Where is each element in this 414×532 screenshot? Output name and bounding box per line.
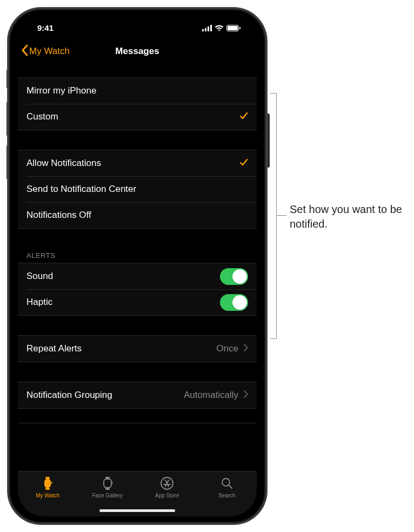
nav-bar: My Watch Messages	[18, 39, 257, 63]
watch-icon	[41, 476, 55, 490]
row-send-notification-center[interactable]: Send to Notification Center	[18, 176, 257, 202]
chevron-right-icon	[244, 343, 248, 354]
svg-rect-11	[104, 479, 111, 488]
row-label: Notification Grouping	[26, 390, 112, 401]
section-header-alerts: ALERTS	[18, 248, 257, 263]
cellular-icon	[202, 24, 212, 33]
row-label: Custom	[26, 111, 58, 122]
toggle-haptic[interactable]	[220, 294, 248, 311]
svg-rect-14	[111, 482, 112, 484]
row-sound: Sound	[18, 263, 257, 289]
row-label: Haptic	[26, 297, 52, 308]
power-button	[267, 114, 270, 168]
svg-rect-2	[208, 26, 209, 31]
row-label: Mirror my iPhone	[26, 85, 96, 96]
svg-rect-0	[202, 29, 204, 31]
home-indicator[interactable]	[99, 509, 175, 512]
svg-rect-3	[210, 25, 212, 31]
callout-text: Set how you want to be notified.	[290, 202, 405, 231]
row-label: Sound	[26, 271, 53, 282]
row-label: Notifications Off	[26, 210, 91, 221]
back-label: My Watch	[29, 46, 70, 57]
row-label: Repeat Alerts	[26, 343, 82, 354]
toggle-sound[interactable]	[220, 268, 248, 285]
svg-rect-8	[45, 477, 50, 479]
row-value: Once	[216, 343, 238, 354]
tab-app-store[interactable]: App Store	[137, 471, 197, 503]
svg-rect-12	[105, 477, 110, 478]
wifi-icon	[215, 24, 224, 33]
checkmark-icon	[239, 111, 248, 123]
settings-content[interactable]: Mirror my iPhone Custom Allow Notificati…	[18, 63, 257, 471]
row-notifications-off[interactable]: Notifications Off	[18, 202, 257, 228]
search-icon	[220, 476, 234, 490]
row-label: Allow Notifications	[26, 158, 101, 169]
chevron-left-icon	[21, 44, 28, 59]
row-mirror-iphone[interactable]: Mirror my iPhone	[18, 78, 257, 104]
tab-label: My Watch	[36, 493, 59, 498]
svg-rect-13	[105, 488, 110, 490]
checkmark-icon	[239, 158, 248, 169]
watch-face-icon	[101, 476, 115, 490]
svg-rect-9	[45, 488, 50, 490]
svg-rect-6	[239, 27, 241, 29]
row-notification-grouping[interactable]: Notification Grouping Automatically	[18, 382, 257, 408]
svg-line-17	[229, 486, 232, 489]
back-button[interactable]: My Watch	[21, 44, 70, 59]
tab-my-watch[interactable]: My Watch	[18, 471, 78, 503]
svg-rect-5	[228, 26, 238, 30]
chevron-right-icon	[244, 390, 248, 401]
callout-leader	[277, 215, 286, 216]
row-custom[interactable]: Custom	[18, 104, 257, 130]
app-store-icon	[160, 476, 174, 490]
battery-icon	[226, 24, 241, 33]
svg-rect-1	[205, 28, 206, 31]
callout-bracket	[270, 93, 277, 339]
row-label: Send to Notification Center	[26, 184, 136, 195]
row-allow-notifications[interactable]: Allow Notifications	[18, 150, 257, 176]
notch	[81, 16, 194, 32]
row-value: Automatically	[184, 390, 238, 401]
phone-frame: 9:41 My Watch Messages	[8, 8, 267, 524]
row-repeat-alerts[interactable]: Repeat Alerts Once	[18, 336, 257, 362]
tab-label: App Store	[155, 493, 179, 498]
svg-rect-10	[51, 482, 52, 484]
tab-label: Search	[218, 493, 236, 498]
row-haptic: Haptic	[18, 289, 257, 315]
tab-search[interactable]: Search	[197, 471, 257, 503]
status-time: 9:41	[37, 23, 54, 32]
tab-label: Face Gallery	[92, 493, 123, 498]
tab-face-gallery[interactable]: Face Gallery	[78, 471, 138, 503]
svg-rect-7	[44, 479, 51, 488]
